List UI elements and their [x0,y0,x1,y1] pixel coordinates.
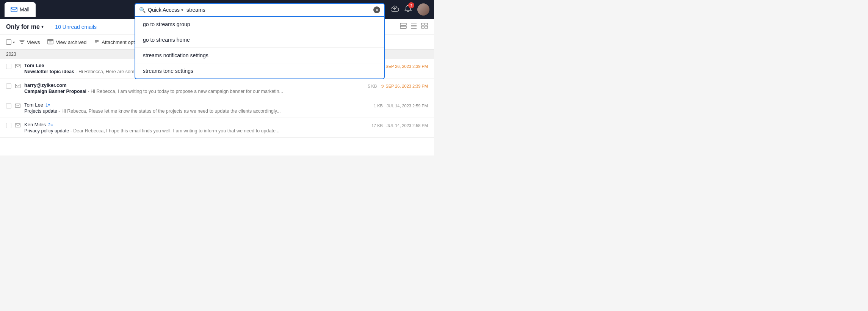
svg-rect-0 [11,7,17,12]
search-result-4[interactable]: streams tone settings [135,63,384,79]
email-date-3: JUL 14, 2023 2:59 PM [387,104,428,108]
views-label: Views [27,39,40,45]
clear-icon: ✕ [375,8,379,13]
svg-rect-7 [421,23,424,25]
topbar: Mail 🔍 Quick Access ▾ ✕ go to streams gr… [0,0,434,19]
svg-rect-2 [400,26,406,28]
avatar[interactable] [417,3,429,16]
svg-rect-1 [400,23,406,25]
email-meta-2: 5 KB ⏱ SEP 26, 2023 2:39 PM [368,84,428,88]
table-row[interactable]: Ken Miles 2≡ Privacy policy update - Dea… [0,118,434,138]
select-all-area: ▾ [6,39,15,45]
search-result-3[interactable]: streams notification settings [135,48,384,63]
email-content-4: Ken Miles 2≡ Privacy policy update - Dea… [24,122,368,134]
email-meta-4: 17 KB JUL 14, 2023 2:58 PM [371,123,428,128]
svg-rect-9 [421,26,424,28]
email-preview-2: - Hi Rebecca, I am writing to you today … [88,89,283,94]
sender-name-1: Tom Lee [24,63,44,68]
sender-name-3: Tom Lee [24,102,43,108]
email-sender-3: Tom Lee 1≡ [24,102,370,108]
folder-chevron-icon: ▾ [41,24,44,29]
view-archived-label: View archived [56,39,86,45]
folder-selector[interactable]: Only for me ▾ [6,24,44,30]
search-input[interactable] [186,7,373,13]
cloud-icon[interactable] [391,5,399,14]
view-options [400,23,428,31]
svg-rect-8 [425,23,428,25]
list-view-icon[interactable] [410,23,417,31]
select-all-checkbox[interactable] [6,39,11,45]
email-subject-2: Campaign Banner Proposal [24,89,86,94]
search-icon: 🔍 [139,7,146,13]
email-content-3: Tom Lee 1≡ Projects update - Hi Rebecca,… [24,102,370,114]
svg-rect-17 [16,124,20,127]
search-container: 🔍 Quick Access ▾ ✕ go to streams group g… [135,3,385,79]
email-envelope-icon-4 [15,123,20,129]
email-checkbox-1[interactable] [6,64,11,69]
quick-access-label: Quick Access [148,7,180,13]
email-subject-line-3: Projects update - Hi Rebecca, Please let… [24,108,370,114]
unread-count-badge: 10 Unread emails [55,24,97,30]
svg-rect-16 [16,104,20,108]
table-row[interactable]: Tom Lee 1≡ Projects update - Hi Rebecca,… [0,98,434,118]
sender-name-2: harry@zylker.com [24,82,67,88]
email-subject-3: Projects update [24,108,57,114]
email-envelope-icon-1 [15,63,20,69]
email-preview-4: - Dear Rebecca, I hope this email finds … [71,128,280,134]
view-archived-button[interactable]: View archived [47,39,86,46]
email-envelope-icon-3 [15,103,20,109]
email-subject-4: Privacy policy update [24,128,69,134]
thread-count-4: 2≡ [48,123,53,127]
email-content-2: harry@zylker.com Campaign Banner Proposa… [24,82,364,94]
search-result-2[interactable]: go to streams home [135,32,384,48]
archive-icon [47,39,53,46]
folder-name: Only for me [6,24,40,30]
email-date-2: ⏱ SEP 26, 2023 2:39 PM [381,84,428,88]
email-date-1: ⏱ SEP 26, 2023 2:39 PM [381,64,428,69]
views-filter-icon [19,39,25,45]
email-subject-line-2: Campaign Banner Proposal - Hi Rebecca, I… [24,89,364,94]
mail-tab[interactable]: Mail [5,2,36,17]
table-row[interactable]: harry@zylker.com Campaign Banner Proposa… [0,79,434,98]
email-checkbox-2[interactable] [6,83,11,89]
email-sender-2: harry@zylker.com [24,82,364,88]
email-size-3: 1 KB [374,104,383,108]
email-envelope-icon-2 [15,83,20,89]
select-dropdown-icon[interactable]: ▾ [13,40,15,44]
sender-name-4: Ken Miles [24,122,46,127]
search-dropdown: go to streams group go to streams home s… [135,17,385,79]
thread-count-3: 1≡ [45,103,50,107]
clear-search-button[interactable]: ✕ [373,6,380,13]
mail-tab-text: Mail [20,6,30,13]
avatar-image [417,3,429,16]
svg-rect-15 [16,84,20,88]
notifications-button[interactable]: 3 [404,5,412,14]
search-box: 🔍 Quick Access ▾ ✕ [135,3,385,17]
attachment-icon [94,39,99,46]
email-preview-3: - Hi Rebecca, Please let me know the sta… [58,108,280,114]
svg-rect-14 [16,64,20,68]
mail-tab-icon [11,7,17,12]
email-size-4: 17 KB [371,123,383,128]
topbar-right: 3 [391,3,429,16]
email-sender-4: Ken Miles 2≡ [24,122,368,127]
email-checkbox-3[interactable] [6,103,11,108]
email-size-2: 5 KB [368,84,377,88]
separator: · [51,24,53,30]
email-meta-3: 1 KB JUL 14, 2023 2:59 PM [374,104,428,108]
compact-view-icon[interactable] [400,23,407,31]
clock-icon-2: ⏱ [381,84,384,88]
quick-access-chevron-icon[interactable]: ▾ [181,8,183,13]
search-result-1[interactable]: go to streams group [135,17,384,32]
email-subject-1: Newsletter topic ideas [24,69,74,74]
email-subject-line-4: Privacy policy update - Dear Rebecca, I … [24,128,368,134]
grid-view-icon[interactable] [421,23,428,31]
views-button[interactable]: Views [19,39,40,45]
email-checkbox-4[interactable] [6,123,11,128]
email-date-4: JUL 14, 2023 2:58 PM [387,123,428,128]
svg-rect-10 [425,26,428,28]
notification-badge: 3 [408,2,414,8]
